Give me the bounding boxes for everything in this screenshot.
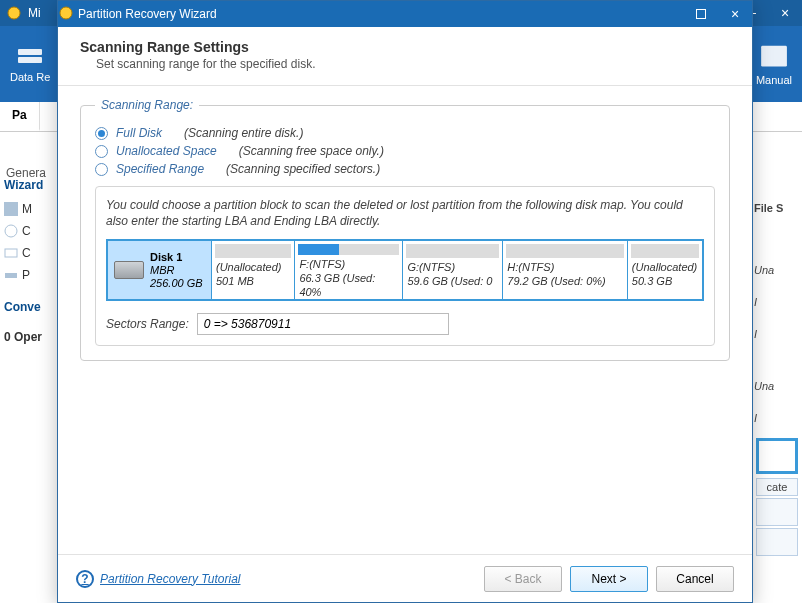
disk-size: 256.00 GB: [150, 277, 203, 289]
app-title: Mi: [28, 6, 41, 20]
option-label: Full Disk: [116, 126, 162, 140]
wizard-body: Scanning Range: Full Disk (Scanning enti…: [58, 86, 752, 554]
outer-close-button[interactable]: ×: [768, 0, 802, 26]
sectors-range-label: Sectors Range:: [106, 317, 189, 331]
partition-title: H:(NTFS): [503, 261, 627, 275]
left-header-convert: Conve: [0, 294, 60, 320]
disk-map-box: You could choose a partition block to sc…: [95, 186, 715, 346]
right-lbl-4: I: [752, 402, 802, 434]
side-item-1[interactable]: C: [0, 220, 60, 242]
svg-rect-1: [18, 49, 42, 55]
wizard-titlebar[interactable]: Partition Recovery Wizard ×: [58, 1, 752, 27]
left-header-wizard: Wizard: [0, 172, 60, 198]
svg-rect-4: [4, 202, 18, 216]
left-panel: Wizard M C C P Conve 0 Oper: [0, 132, 60, 350]
option-full-disk[interactable]: Full Disk (Scanning entire disk.): [95, 126, 715, 140]
wizard-header: Scanning Range Settings Set scanning ran…: [58, 27, 752, 86]
right-chip[interactable]: cate: [756, 478, 798, 496]
ribbon-data-recovery[interactable]: Data Re: [10, 45, 50, 83]
wizard-title: Partition Recovery Wizard: [74, 7, 684, 21]
tab-partition[interactable]: Pa: [0, 102, 40, 131]
disk-type: MBR: [150, 264, 174, 276]
side-item-3[interactable]: P: [0, 264, 60, 286]
svg-rect-6: [5, 249, 17, 257]
option-desc: (Scanning free space only.): [239, 144, 384, 158]
svg-point-5: [5, 225, 17, 237]
option-label: Specified Range: [116, 162, 204, 176]
app-icon: [4, 3, 24, 23]
partition-sub: 66.3 GB (Used: 40%: [295, 272, 402, 300]
help-link[interactable]: ? Partition Recovery Tutorial: [76, 570, 241, 588]
svg-point-0: [8, 7, 20, 19]
partition-title: (Unallocated): [628, 261, 702, 275]
right-cell-b[interactable]: [756, 528, 798, 556]
radio-icon: [95, 127, 108, 140]
partition-sub: 501 MB: [212, 275, 294, 289]
partition-recovery-wizard-dialog: Partition Recovery Wizard × Scanning Ran…: [57, 0, 753, 603]
next-button[interactable]: Next >: [570, 566, 648, 592]
help-icon: ?: [76, 570, 94, 588]
back-button[interactable]: < Back: [484, 566, 562, 592]
right-header: File S: [752, 192, 802, 224]
right-strip: File S Una I I Una I cate: [752, 132, 802, 558]
help-link-text: Partition Recovery Tutorial: [100, 572, 241, 586]
partition-block[interactable]: H:(NTFS)79.2 GB (Used: 0%): [503, 241, 628, 299]
option-unallocated-space[interactable]: Unallocated Space (Scanning free space o…: [95, 144, 715, 158]
right-selection-box[interactable]: [756, 438, 798, 474]
partition-block[interactable]: G:(NTFS)59.6 GB (Used: 0: [403, 241, 503, 299]
option-label: Unallocated Space: [116, 144, 217, 158]
radio-icon: [95, 163, 108, 176]
wizard-close-button[interactable]: ×: [718, 1, 752, 27]
partition-sub: 79.2 GB (Used: 0%): [503, 275, 627, 289]
disk-map-hint: You could choose a partition block to sc…: [106, 197, 704, 229]
scanning-range-fieldset: Scanning Range: Full Disk (Scanning enti…: [80, 98, 730, 361]
partition-sub: 59.6 GB (Used: 0: [403, 275, 502, 289]
svg-rect-3: [761, 46, 787, 67]
wizard-subheading: Set scanning range for the specified dis…: [80, 57, 730, 71]
right-cell-a[interactable]: [756, 498, 798, 526]
cancel-button[interactable]: Cancel: [656, 566, 734, 592]
svg-point-8: [60, 7, 72, 19]
partition-block[interactable]: (Unallocated)501 MB: [212, 241, 295, 299]
right-lbl-0: Una: [752, 254, 802, 286]
partition-block[interactable]: F:(NTFS)66.3 GB (Used: 40%: [295, 241, 403, 299]
partition-sub: 50.3 GB: [628, 275, 702, 289]
wizard-footer: ? Partition Recovery Tutorial < Back Nex…: [58, 554, 752, 602]
right-lbl-1: I: [752, 286, 802, 318]
radio-icon: [95, 145, 108, 158]
option-specified-range[interactable]: Specified Range (Scanning specified sect…: [95, 162, 715, 176]
option-desc: (Scanning entire disk.): [184, 126, 303, 140]
open-operations-label: 0 Oper: [0, 324, 60, 350]
right-lbl-3: Una: [752, 370, 802, 402]
disk-header[interactable]: Disk 1 MBR 256.00 GB: [108, 241, 212, 299]
svg-rect-7: [5, 273, 17, 278]
partition-title: (Unallocated): [212, 261, 294, 275]
sectors-range-row: Sectors Range:: [106, 313, 704, 335]
side-item-2[interactable]: C: [0, 242, 60, 264]
scanning-range-legend: Scanning Range:: [95, 98, 199, 112]
option-desc: (Scanning specified sectors.): [226, 162, 380, 176]
right-lbl-2: I: [752, 318, 802, 350]
wizard-icon: [58, 5, 74, 24]
svg-rect-2: [18, 57, 42, 63]
ribbon-manual[interactable]: Manual: [756, 42, 792, 86]
sectors-range-input[interactable]: [197, 313, 449, 335]
partition-block[interactable]: (Unallocated)50.3 GB: [628, 241, 702, 299]
wizard-maximize-button[interactable]: [684, 1, 718, 27]
partition-title: G:(NTFS): [403, 261, 502, 275]
disk-name: Disk 1: [150, 251, 182, 263]
partition-title: F:(NTFS): [295, 258, 402, 272]
hard-disk-icon: [114, 261, 144, 279]
wizard-heading: Scanning Range Settings: [80, 39, 730, 55]
disk-map: Disk 1 MBR 256.00 GB (Unallocated)501 MB…: [106, 239, 704, 301]
side-item-0[interactable]: M: [0, 198, 60, 220]
